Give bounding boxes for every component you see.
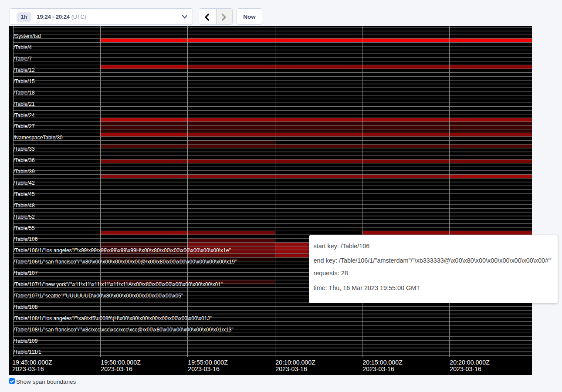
svg-text:19:50:00.000Z: 19:50:00.000Z <box>101 359 141 366</box>
svg-text:/Table/108/1/"los angeles"/"\x: /Table/108/1/"los angeles"/"\xa8\xf5\u00… <box>14 315 212 321</box>
svg-text:/Table/24: /Table/24 <box>14 112 35 118</box>
svg-text:2023-03-16: 2023-03-16 <box>101 365 132 372</box>
svg-text:2023-03-16: 2023-03-16 <box>450 365 481 372</box>
svg-text:19:45:00.000Z: 19:45:00.000Z <box>12 359 52 366</box>
svg-text:/System/tsd: /System/tsd <box>14 33 41 39</box>
svg-text:/Table/55: /Table/55 <box>14 225 35 231</box>
svg-text:2023-03-16: 2023-03-16 <box>275 365 307 372</box>
svg-text:20:10:00.000Z: 20:10:00.000Z <box>275 359 315 366</box>
svg-text:/Table/36: /Table/36 <box>14 157 35 163</box>
svg-text:2023-03-16: 2023-03-16 <box>12 365 44 372</box>
svg-text:/Table/108: /Table/108 <box>14 304 38 310</box>
svg-text:2023-03-16: 2023-03-16 <box>362 365 394 372</box>
svg-text:/Table/42: /Table/42 <box>14 180 35 186</box>
svg-text:/Table/27: /Table/27 <box>14 123 35 129</box>
svg-text:/Table/21: /Table/21 <box>14 101 35 107</box>
svg-text:/Table/107/1/"new york"/"\x11\: /Table/107/1/"new york"/"\x11\x11\x11\x1… <box>14 281 223 287</box>
svg-text:/NamespaceTable/30: /NamespaceTable/30 <box>14 135 63 141</box>
svg-text:/Table/18: /Table/18 <box>14 90 35 96</box>
svg-text:/Table/7: /Table/7 <box>14 56 32 62</box>
svg-text:/Table/107/1/"seattle"/"UUUUUU: /Table/107/1/"seattle"/"UUUUUUD\x00\x80\… <box>14 293 183 299</box>
svg-text:/Table/12: /Table/12 <box>14 67 35 73</box>
svg-text:/Table/33: /Table/33 <box>14 146 35 152</box>
svg-text:2023-03-16: 2023-03-16 <box>188 365 220 372</box>
svg-text:/Table/15: /Table/15 <box>14 78 35 84</box>
svg-text:/Table/48: /Table/48 <box>14 203 35 209</box>
svg-text:19:55:00.000Z: 19:55:00.000Z <box>188 359 228 366</box>
svg-text:/Table/107: /Table/107 <box>14 270 38 276</box>
svg-text:/Table/108/1/"san francisco"/": /Table/108/1/"san francisco"/"\x8c\xcc\x… <box>14 327 234 333</box>
svg-text:/Table/106: /Table/106 <box>14 236 38 242</box>
svg-text:/Table/52: /Table/52 <box>14 214 35 220</box>
svg-text:/Table/106/1/"los angeles"/"\x: /Table/106/1/"los angeles"/"\x99\x99\x99… <box>14 247 231 253</box>
svg-text:/Table/45: /Table/45 <box>14 191 35 197</box>
svg-text:/Table/109: /Table/109 <box>14 338 38 344</box>
svg-text:/Table/111/1: /Table/111/1 <box>14 349 41 355</box>
svg-text:20:15:00.000Z: 20:15:00.000Z <box>362 359 403 366</box>
svg-text:20:20:00.000Z: 20:20:00.000Z <box>450 359 490 366</box>
svg-text:/Table/106/1/"san francisco"/": /Table/106/1/"san francisco"/"\x80\x00\x… <box>14 259 237 265</box>
svg-text:/Table/39: /Table/39 <box>14 169 35 175</box>
svg-text:/Table/4: /Table/4 <box>14 44 32 51</box>
